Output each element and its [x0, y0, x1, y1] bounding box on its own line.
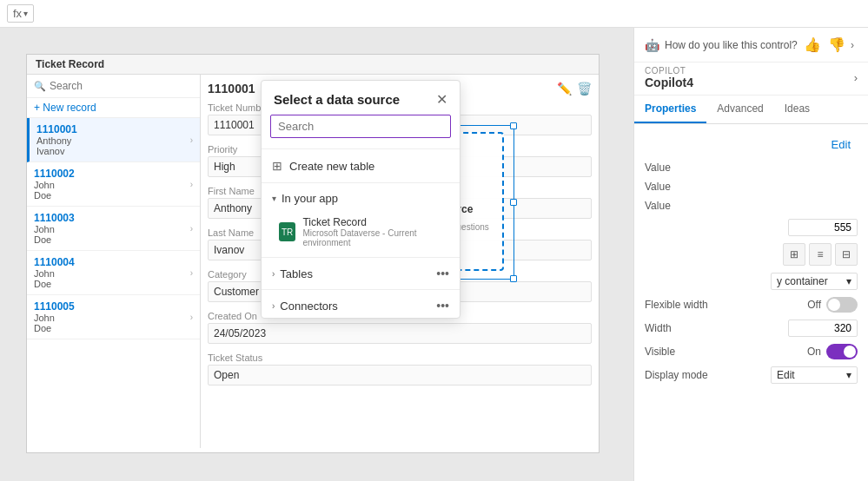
record-item-4[interactable]: 1110005 JohnDoe › [27, 295, 200, 339]
container-dropdown[interactable]: y container ▾ [771, 273, 858, 290]
connectors-section[interactable]: › Connectors ••• [262, 293, 460, 318]
field-label-ticket-status: Ticket Status [208, 353, 592, 363]
fx-label: fx ▾ [7, 4, 34, 23]
display-mode-chevron: ▾ [846, 369, 851, 381]
ticket-record-icon: TR [279, 222, 295, 241]
properties-panel: Edit Value Value Value ⊞ [634, 124, 868, 481]
record-nav-0: › [190, 135, 193, 145]
tables-more-button[interactable]: ••• [436, 267, 449, 280]
tab-ideas[interactable]: Ideas [774, 96, 820, 123]
new-record-button[interactable]: + New record [27, 98, 200, 118]
width-input[interactable] [788, 320, 858, 337]
visible-on-label: On [807, 346, 821, 358]
copilot-question: 🤖 How do you like this control? [645, 38, 802, 52]
height-input[interactable] [788, 219, 858, 236]
tables-chevron: › [272, 269, 275, 279]
record-name-2: JohnDoe [34, 224, 75, 245]
visible-toggle[interactable] [826, 344, 858, 359]
tab-advanced[interactable]: Advanced [706, 96, 773, 123]
copilot-name: Copilot4 [645, 76, 693, 89]
thumbs-up-button[interactable]: 👍 [802, 35, 823, 55]
record-nav-3: › [190, 268, 193, 278]
prop-row-value-2: Value [634, 177, 868, 196]
search-box: 🔍 [27, 75, 200, 98]
layout-icon-2[interactable]: ≡ [809, 243, 832, 266]
layout-icon-3[interactable]: ⊟ [835, 243, 858, 266]
record-list-panel: 🔍 + New record 1110001 AnthonyIvanov › [27, 75, 201, 448]
create-new-table-button[interactable]: ⊞ Create new table [262, 153, 460, 179]
dialog-title: Select a data source [274, 92, 400, 107]
table-icon: ⊞ [272, 159, 282, 173]
ticket-record-datasource-item[interactable]: TR Ticket Record Microsoft Dataverse - C… [262, 210, 460, 254]
prop-row-flexible-width: Flexible width Off [634, 293, 868, 316]
record-name-3: JohnDoe [34, 268, 75, 289]
tab-properties[interactable]: Properties [634, 96, 706, 123]
record-name-1: JohnDoe [34, 180, 75, 201]
in-your-app-section[interactable]: ▾ In your app [262, 187, 460, 210]
record-item-1[interactable]: 1110002 JohnDoe › [27, 162, 200, 207]
record-name-4: JohnDoe [34, 313, 75, 333]
field-ticket-status: Ticket Status Open [208, 353, 592, 385]
flexible-width-off-label: Off [807, 299, 821, 311]
flexible-width-toggle[interactable] [826, 297, 858, 313]
copilot-expand-button[interactable]: › [847, 37, 858, 53]
formula-input[interactable] [39, 7, 861, 20]
edit-button[interactable]: Edit [825, 135, 858, 155]
record-nav-1: › [190, 180, 193, 189]
record-nav-2: › [190, 224, 193, 234]
panel-tabs: Properties Advanced Ideas [634, 96, 868, 124]
prop-label-value-3: Value [645, 200, 671, 212]
fx-chevron-icon[interactable]: ▾ [23, 9, 28, 18]
prop-row-width: Width [634, 316, 868, 340]
formula-bar-container: fx ▾ [0, 0, 868, 28]
field-value-created-on: 24/05/2023 [208, 323, 592, 344]
connectors-more-button[interactable]: ••• [436, 299, 449, 313]
dialog-search-input[interactable] [270, 115, 451, 138]
record-name-0: AnthonyIvanov [36, 135, 77, 156]
copilot-header: 🤖 How do you like this control? 👍 👎 › [634, 28, 868, 63]
icon-row-layout: ⊞ ≡ ⊟ [783, 243, 858, 266]
prop-row-value-3: Value [634, 196, 868, 215]
prop-row-height [634, 215, 868, 240]
record-id-3: 1110004 [34, 256, 75, 268]
ticket-record-name: Ticket Record [302, 216, 447, 228]
record-id-1: 1110002 [34, 168, 75, 180]
prop-label-width: Width [645, 322, 672, 334]
copilot-section: COPILOT Copilot4 › [634, 63, 868, 96]
prop-row-container: y container ▾ [634, 269, 868, 293]
data-source-dialog: Select a data source ✕ ⊞ Create new tabl… [261, 80, 461, 319]
form-actions: ✏️ 🗑️ [557, 82, 592, 96]
record-id-4: 1110005 [34, 300, 75, 313]
in-your-app-label: In your app [282, 192, 338, 205]
ticket-record-env: Microsoft Dataverse - Current environmen… [302, 228, 447, 247]
record-nav-4: › [190, 313, 193, 322]
main-layout: Ticket Record 🔍 + New record 1110001 [0, 28, 868, 481]
tables-section[interactable]: › Tables ••• [262, 261, 460, 286]
dialog-close-button[interactable]: ✕ [436, 91, 447, 108]
canvas-area: Ticket Record 🔍 + New record 1110001 [0, 28, 633, 481]
record-item-2[interactable]: 1110003 JohnDoe › [27, 207, 200, 251]
container-dropdown-value: y container [777, 275, 828, 287]
edit-record-button[interactable]: ✏️ [557, 82, 572, 96]
delete-record-button[interactable]: 🗑️ [577, 82, 592, 96]
copilot-collapse-button[interactable]: › [854, 71, 858, 84]
prop-label-flexible-width: Flexible width [645, 299, 708, 311]
record-id-2: 1110003 [34, 212, 75, 224]
layout-icon-1[interactable]: ⊞ [783, 243, 805, 266]
record-item-0[interactable]: 1110001 AnthonyIvanov › [27, 118, 200, 162]
dialog-divider-1 [262, 148, 460, 149]
dialog-divider-3 [262, 257, 460, 258]
record-search-input[interactable] [50, 80, 193, 92]
container-dropdown-chevron: ▾ [846, 275, 851, 287]
tables-label: Tables [280, 267, 313, 280]
copilot-label: COPILOT [645, 66, 693, 76]
field-value-ticket-status: Open [208, 365, 592, 385]
record-item-3[interactable]: 1110004 JohnDoe › [27, 251, 200, 295]
prop-row-icon-layout: ⊞ ≡ ⊟ [634, 240, 868, 269]
right-panel: 🤖 How do you like this control? 👍 👎 › CO… [633, 28, 868, 481]
thumbs-down-button[interactable]: 👎 [826, 35, 847, 55]
display-mode-dropdown[interactable]: Edit ▾ [771, 366, 858, 384]
dialog-divider-4 [262, 289, 460, 290]
search-icon: 🔍 [34, 81, 46, 92]
connectors-label: Connectors [280, 300, 337, 313]
